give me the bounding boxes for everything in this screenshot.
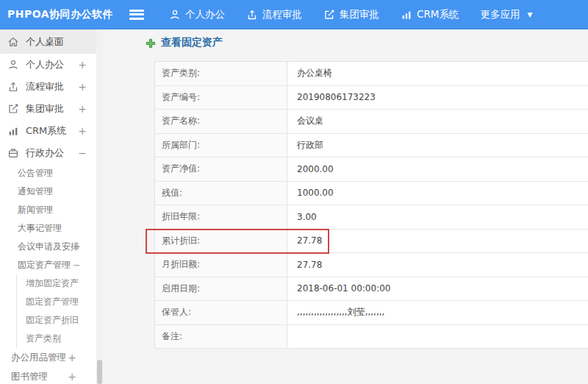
bar-chart-icon bbox=[401, 9, 412, 21]
expand-plus[interactable]: + bbox=[68, 352, 76, 363]
nav-crm[interactable]: CRM系统 bbox=[396, 8, 463, 21]
field-label: 资产名称: bbox=[155, 110, 287, 133]
sidebar-item-personal-desktop[interactable]: 个人桌面 bbox=[0, 29, 96, 54]
field-label: 累计折旧: bbox=[155, 230, 287, 253]
table-row: 资产名称:会议桌 bbox=[155, 110, 588, 134]
field-label: 保管人: bbox=[155, 301, 287, 324]
page-title-text: 查看固定资产 bbox=[161, 36, 223, 49]
sidebar-item-book-mgmt[interactable]: 图书管理 + bbox=[0, 367, 96, 384]
sidebar-item-label: 行政办公 bbox=[26, 146, 64, 160]
field-label: 资产净值: bbox=[155, 157, 287, 181]
field-label: 启用日期: bbox=[155, 277, 287, 301]
table-row: 资产编号:20190806173223 bbox=[155, 86, 588, 110]
sidebar-item-fixed-asset-mgmt[interactable]: 固定资产管理 − bbox=[0, 256, 96, 274]
expand-plus[interactable]: + bbox=[73, 241, 81, 252]
main-content: 查看固定资产 资产类别:办公桌椅 资产编号:20190806173223 资产名… bbox=[103, 29, 588, 384]
sidebar-item-announcement-mgmt[interactable]: 公告管理 bbox=[0, 164, 96, 182]
expand-minus[interactable]: − bbox=[78, 147, 87, 159]
sidebar-item-label: 固定资产管理 bbox=[18, 259, 71, 271]
field-value: 办公桌椅 bbox=[287, 62, 588, 85]
sidebar-item-label: 大事记管理 bbox=[18, 222, 62, 235]
sidebar-item-meeting-request[interactable]: 会议申请及安排 + bbox=[0, 238, 96, 256]
app-logo: PHPOA协同办公软件 bbox=[0, 8, 129, 21]
table-row: 资产类别:办公桌椅 bbox=[155, 62, 588, 86]
field-value: 20190806173223 bbox=[287, 86, 588, 110]
expand-plus[interactable]: + bbox=[78, 59, 87, 71]
field-label: 资产编号: bbox=[155, 86, 287, 110]
sidebar-item-office-supplies[interactable]: 办公用品管理 + bbox=[0, 348, 96, 367]
table-row: 保管人:,,,,,,,,,,,,,,,,,,刘莹,,,,,,, bbox=[155, 301, 588, 325]
expand-plus[interactable]: + bbox=[78, 125, 87, 137]
nav-group-approval[interactable]: 集团审批 bbox=[319, 8, 384, 21]
sidebar-item-admin-office[interactable]: 行政办公 − bbox=[0, 142, 96, 164]
sidebar-item-label: 办公用品管理 bbox=[11, 352, 66, 364]
sidebar-item-label: 公告管理 bbox=[18, 167, 53, 179]
sidebar-item-label: 图书管理 bbox=[11, 371, 48, 383]
sidebar-item-personal-office[interactable]: 个人办公 + bbox=[0, 54, 96, 76]
sidebar-item-label: 会议申请及安排 bbox=[18, 241, 79, 253]
nav-label: 更多应用 bbox=[480, 8, 520, 21]
expand-plus[interactable]: + bbox=[78, 81, 87, 93]
menu-toggle-icon[interactable] bbox=[129, 10, 144, 20]
asset-detail-table: 资产类别:办公桌椅 资产编号:20190806173223 资产名称:会议桌 所… bbox=[154, 61, 588, 349]
field-value: 2000.00 bbox=[287, 157, 588, 181]
sidebar-item-label: 集团审批 bbox=[26, 102, 64, 115]
user-icon bbox=[169, 9, 181, 21]
table-row: 月折旧额:27.78 bbox=[155, 253, 588, 277]
table-row: 启用日期:2018-06-01 00:00:00 bbox=[155, 277, 588, 302]
workflow-icon bbox=[7, 81, 19, 93]
sidebar-item-fixed-asset-depreciation[interactable]: 固定资产折旧 bbox=[17, 311, 96, 330]
nav-label: 流程审批 bbox=[262, 8, 302, 21]
field-value: 27.78 bbox=[287, 230, 588, 253]
sidebar-item-notice-mgmt[interactable]: 通知管理 bbox=[0, 182, 96, 201]
nav-workflow-approval[interactable]: 流程审批 bbox=[242, 8, 306, 21]
table-row: 资产净值:2000.00 bbox=[155, 157, 588, 182]
user-icon bbox=[7, 59, 19, 71]
home-icon bbox=[7, 36, 19, 48]
admin-office-submenu: 公告管理 通知管理 新闻管理 大事记管理 会议申请及安排 + 固定资产管理 − bbox=[0, 164, 96, 274]
sidebar-item-news-mgmt[interactable]: 新闻管理 bbox=[0, 201, 96, 219]
field-label: 月折旧额: bbox=[155, 253, 287, 277]
page-title: 查看固定资产 bbox=[146, 36, 223, 49]
expand-plus[interactable]: + bbox=[68, 371, 76, 383]
expand-plus[interactable]: + bbox=[78, 103, 87, 115]
plus-icon bbox=[146, 38, 156, 48]
sidebar-other-items: 办公用品管理 + 图书管理 + bbox=[0, 348, 96, 384]
sidebar-item-add-fixed-asset[interactable]: 增加固定资产 bbox=[17, 274, 96, 293]
field-value: 3.00 bbox=[287, 205, 588, 229]
sidebar-item-asset-category[interactable]: 资产类别 bbox=[17, 330, 96, 348]
top-nav: 个人办公 流程审批 集团审批 CRM系统 更多应用 ▼ bbox=[165, 8, 549, 21]
sidebar-item-fixed-asset-manage[interactable]: 固定资产管理 bbox=[17, 293, 96, 311]
sidebar-item-label: 个人桌面 bbox=[26, 35, 64, 49]
sidebar-item-label: 增加固定资产 bbox=[26, 277, 79, 290]
expand-minus[interactable]: − bbox=[73, 260, 81, 271]
field-value: 27.78 bbox=[287, 253, 588, 277]
nav-label: 个人办公 bbox=[185, 8, 225, 21]
fixed-asset-submenu: 增加固定资产 固定资产管理 固定资产折旧 资产类别 bbox=[16, 274, 96, 348]
sidebar-item-workflow-approval[interactable]: 流程审批 + bbox=[0, 76, 96, 98]
field-value: 会议桌 bbox=[287, 110, 588, 133]
field-label: 折旧年限: bbox=[155, 205, 287, 229]
sidebar-item-label: 资产类别 bbox=[26, 333, 61, 345]
table-row: 残值:1000.00 bbox=[155, 182, 588, 206]
nav-more-apps[interactable]: 更多应用 ▼ bbox=[476, 8, 537, 21]
sidebar-scrollbar-thumb[interactable] bbox=[97, 360, 102, 384]
sidebar-item-label: 固定资产管理 bbox=[26, 296, 79, 308]
sidebar-item-group-approval[interactable]: 集团审批 + bbox=[0, 98, 96, 120]
sidebar-item-crm[interactable]: CRM系统 + bbox=[0, 120, 96, 142]
field-value bbox=[287, 325, 588, 349]
nav-personal-office[interactable]: 个人办公 bbox=[165, 8, 229, 21]
nav-label: 集团审批 bbox=[340, 8, 379, 21]
sidebar-scrollbar-track[interactable] bbox=[96, 29, 103, 384]
nav-label: CRM系统 bbox=[417, 8, 459, 21]
field-value: ,,,,,,,,,,,,,,,,,,刘莹,,,,,,, bbox=[287, 301, 588, 324]
field-label: 资产类别: bbox=[155, 62, 287, 85]
sidebar-item-events-mgmt[interactable]: 大事记管理 bbox=[0, 219, 96, 238]
bar-chart-icon bbox=[7, 125, 19, 137]
workflow-icon bbox=[246, 9, 258, 21]
caret-down-icon: ▼ bbox=[527, 11, 532, 18]
sidebar-item-label: 固定资产折旧 bbox=[26, 314, 79, 327]
field-value: 1000.00 bbox=[287, 182, 588, 205]
table-row: 备注: bbox=[155, 325, 588, 349]
field-label: 备注: bbox=[155, 325, 287, 349]
